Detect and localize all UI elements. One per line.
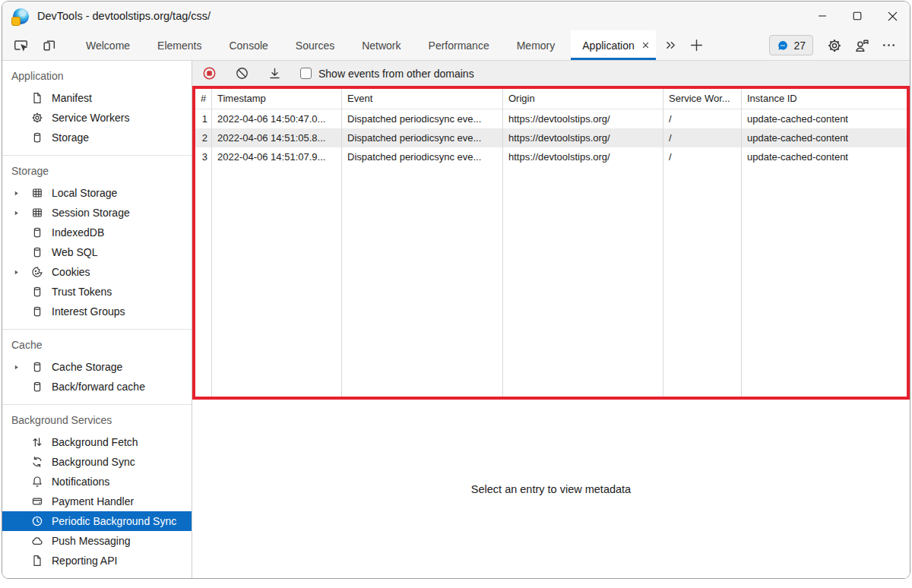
tab-network[interactable]: Network [350,30,412,60]
cell-: 2 [195,128,212,147]
sidebar-item-indexeddb[interactable]: IndexedDB [2,223,192,242]
tab-label: Memory [517,40,556,52]
cell-instance-id: update-cached-content [742,128,907,147]
bell-icon [31,476,52,488]
sidebar-item-label: Storage [52,131,89,144]
more-options-ellipsis-icon[interactable] [876,38,902,52]
sidebar-item-label: Cache Storage [52,361,122,373]
more-tabs-chevron-icon[interactable] [658,30,683,60]
cell-timestamp: 2022-04-06 14:51:07.9... [212,147,342,166]
sidebar-item-interest-groups[interactable]: Interest Groups [2,302,192,321]
expand-arrow-icon[interactable] [13,364,31,371]
show-events-checkbox-label: Show events from other domains [318,68,474,80]
tab-console[interactable]: Console [217,30,279,60]
tab-elements[interactable]: Elements [146,30,213,60]
show-events-checkbox[interactable] [300,68,312,79]
sidebar-item-label: Session Storage [52,207,130,219]
devtools-tabs: WelcomeElementsConsoleSourcesNetworkPerf… [72,30,658,60]
sidebar-section-storage: StorageLocal StorageSession StorageIndex… [2,156,192,330]
tab-memory[interactable]: Memory [505,30,567,60]
event-row-2[interactable]: 22022-04-06 14:51:05.8...Dispatched peri… [195,128,907,147]
sidebar-item-label: Background Sync [52,456,135,468]
device-emulation-icon[interactable] [35,30,63,60]
sidebar-item-back-forward-cache[interactable]: Back/forward cache [2,377,192,397]
sidebar-item-notifications[interactable]: Notifications [2,472,192,492]
record-button[interactable] [202,67,216,80]
events-table-body: 12022-04-06 14:50:47.0...Dispatched peri… [195,109,907,397]
tab-performance[interactable]: Performance [417,30,501,60]
feedback-count: 27 [793,40,806,52]
column-header-[interactable]: # [195,89,212,109]
empty-cell [195,166,212,397]
cell-instance-id: update-cached-content [742,109,907,128]
tab-label: Elements [157,40,201,52]
sidebar-item-trust-tokens[interactable]: Trust Tokens [2,282,192,302]
maximize-button[interactable] [840,2,875,30]
sidebar-item-service-workers[interactable]: Service Workers [2,108,192,128]
add-tab-plus-icon[interactable] [683,30,710,60]
sidebar-item-push-messaging[interactable]: Push Messaging [2,531,192,551]
sidebar-item-local-storage[interactable]: Local Storage [2,183,192,203]
sidebar-item-background-fetch[interactable]: Background Fetch [2,432,192,452]
minimize-button[interactable] [805,2,840,30]
expand-arrow-icon[interactable] [13,210,31,217]
sidebar-item-periodic-background-sync[interactable]: Periodic Background Sync [2,511,192,531]
feedback-button[interactable]: 27 [769,35,813,55]
cell-origin: https://devtoolstips.org/ [503,109,663,128]
event-row-3[interactable]: 32022-04-06 14:51:07.9...Dispatched peri… [195,147,907,166]
event-row-1[interactable]: 12022-04-06 14:50:47.0...Dispatched peri… [195,109,907,128]
sidebar-item-manifest[interactable]: Manifest [2,88,192,108]
sidebar-item-label: Cookies [52,266,90,278]
cell-service-wor: / [663,147,742,166]
application-main-panel: Show events from other domains #Timestam… [192,61,910,578]
sidebar-section-application: ApplicationManifestService WorkersStorag… [2,61,192,156]
sidebar-item-web-sql[interactable]: Web SQL [2,242,192,262]
sidebar-item-label: Notifications [52,476,109,488]
sidebar-item-cache-storage[interactable]: Cache Storage [2,357,192,377]
devtools-tab-bar: WelcomeElementsConsoleSourcesNetworkPerf… [2,30,910,61]
devtools-logo-icon [13,8,29,24]
column-header-origin[interactable]: Origin [503,89,663,109]
tab-label: Application [582,40,635,52]
sidebar-item-session-storage[interactable]: Session Storage [2,203,192,223]
sidebar-item-payment-handler[interactable]: Payment Handler [2,492,192,511]
cloud-icon [31,535,52,547]
tabbar-right-icons: 27 [769,30,910,60]
settings-gear-icon[interactable] [821,38,848,53]
sidebar-item-label: Reporting API [52,555,117,567]
clock-icon [31,515,52,527]
database-icon [31,361,52,373]
sidebar-item-cookies[interactable]: Cookies [2,262,192,282]
cell-origin: https://devtoolstips.org/ [503,128,663,147]
inspect-icon[interactable] [7,30,35,60]
tab-sources[interactable]: Sources [284,30,346,60]
column-header-instance-id[interactable]: Instance ID [742,89,907,109]
close-window-button[interactable] [875,2,910,30]
sidebar-item-label: Payment Handler [52,495,134,507]
cell-origin: https://devtoolstips.org/ [503,147,663,166]
application-sidebar: ApplicationManifestService WorkersStorag… [2,61,192,578]
clear-button[interactable] [235,67,249,80]
database-icon [31,246,52,258]
column-header-service-wor[interactable]: Service Wor... [663,89,742,109]
document-icon [31,92,52,104]
expand-arrow-icon[interactable] [13,269,31,276]
events-table-empty-area [195,166,907,397]
column-header-event[interactable]: Event [342,89,503,109]
sidebar-item-storage[interactable]: Storage [2,128,192,147]
sidebar-item-background-sync[interactable]: Background Sync [2,452,192,472]
sidebar-item-label: Trust Tokens [52,286,112,298]
close-tab-icon[interactable] [641,41,650,49]
sidebar-item-reporting-api[interactable]: Reporting API [2,551,192,571]
expand-arrow-icon[interactable] [13,190,31,197]
column-header-timestamp[interactable]: Timestamp [212,89,342,109]
people-feedback-icon[interactable] [848,38,876,53]
tab-welcome[interactable]: Welcome [74,30,141,60]
sidebar-item-label: Local Storage [52,187,117,199]
sidebar-item-label: Periodic Background Sync [52,515,176,527]
window-controls [805,2,910,30]
tab-application[interactable]: Application [571,30,656,60]
section-title: Cache [2,337,192,357]
download-button[interactable] [268,67,281,80]
empty-cell [503,166,663,397]
